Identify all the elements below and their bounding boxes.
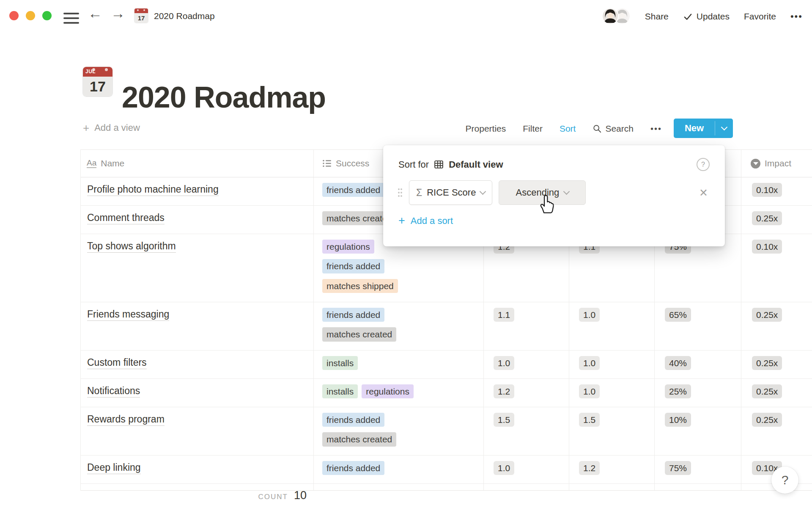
table-count-footer[interactable]: COUNT 10 xyxy=(199,489,307,502)
value-pill: 0.25x xyxy=(752,308,782,322)
breadcrumb-page-title[interactable]: 2020 Roadmap xyxy=(154,11,215,21)
new-dropdown-chevron-icon[interactable] xyxy=(715,119,733,138)
help-button[interactable]: ? xyxy=(771,467,798,494)
value-pill: 1.2 xyxy=(494,384,514,398)
row-name-cell[interactable]: Custom filters xyxy=(81,351,314,378)
title-property-icon: Aa xyxy=(87,159,96,168)
value-cell[interactable]: 1.0 xyxy=(569,351,655,378)
share-label: Share xyxy=(645,11,669,22)
window-close-button[interactable] xyxy=(9,11,19,20)
percent-cell[interactable]: 75% xyxy=(655,456,741,483)
favorite-button[interactable]: Favorite xyxy=(744,11,776,22)
tag-green: installs xyxy=(322,384,358,398)
percent-cell[interactable]: 40% xyxy=(655,351,741,378)
value-pill: 1.0 xyxy=(579,308,600,322)
page-icon-calendar[interactable]: JUL 17 xyxy=(83,67,112,97)
value-cell[interactable]: 1.2 xyxy=(484,379,569,407)
sort-view-name: Default view xyxy=(449,159,503,170)
count-label: COUNT xyxy=(258,493,288,501)
share-button[interactable]: Share xyxy=(645,11,669,22)
value-pill: 0.25x xyxy=(752,211,782,225)
success-cell[interactable]: installs xyxy=(314,351,484,378)
value-cell[interactable]: 1.0 xyxy=(484,351,569,378)
filter-button[interactable]: Filter xyxy=(523,124,543,134)
row-name-cell[interactable]: Friends messaging xyxy=(81,302,314,350)
page-link[interactable]: Top shows algorithm xyxy=(87,240,176,253)
page-calendar-icon: 17 xyxy=(134,8,148,23)
value-cell[interactable]: 1.5 xyxy=(484,407,569,455)
page-link[interactable]: Deep linking xyxy=(87,462,141,474)
value-cell[interactable]: 1.0 xyxy=(484,456,569,483)
row-name-cell[interactable]: Comment threads xyxy=(81,206,314,234)
row-name-cell[interactable]: Rewards program xyxy=(81,407,314,455)
remove-sort-icon[interactable]: ✕ xyxy=(699,188,708,198)
percent-cell[interactable]: 25% xyxy=(655,379,741,407)
tag-green: installs xyxy=(322,356,358,370)
page-link[interactable]: Comment threads xyxy=(87,212,165,224)
value-cell[interactable]: 1.2 xyxy=(569,456,655,483)
success-cell[interactable]: friends addedmatches created xyxy=(314,407,484,455)
page-title[interactable]: 2020 Roadmap xyxy=(122,83,326,112)
tag-group: friends addedmatches created xyxy=(322,308,479,342)
properties-button[interactable]: Properties xyxy=(466,124,506,134)
sort-button[interactable]: Sort xyxy=(560,124,576,134)
tag-group: installs xyxy=(322,356,479,370)
sidebar-menu-icon[interactable] xyxy=(63,13,79,24)
impact-cell[interactable]: 0.25x xyxy=(741,407,812,455)
page-link[interactable]: Friends messaging xyxy=(87,309,169,321)
updates-button[interactable]: Updates xyxy=(683,11,730,22)
impact-cell[interactable]: 0.25x xyxy=(741,351,812,378)
page-link[interactable]: Notifications xyxy=(87,385,140,398)
search-button[interactable]: Search xyxy=(593,124,634,134)
sort-help-icon[interactable]: ? xyxy=(697,158,710,171)
sort-field-value: RICE Score xyxy=(427,187,476,198)
value-cell[interactable]: 1.1 xyxy=(484,302,569,350)
search-label: Search xyxy=(605,124,634,134)
row-name-cell[interactable]: Top shows algorithm xyxy=(81,234,314,302)
tag-purple: regulations xyxy=(362,384,414,398)
impact-cell[interactable]: 0.25x xyxy=(741,379,812,407)
more-options-icon[interactable]: ••• xyxy=(790,11,803,22)
window-zoom-button[interactable] xyxy=(42,11,52,20)
tag-group: regulationsfriends addedmatches shipped xyxy=(322,240,479,293)
table-row: Custom filtersinstalls1.01.040%0.25x xyxy=(81,351,812,379)
new-button[interactable]: New xyxy=(674,119,733,138)
page-link[interactable]: Profile photo machine learning xyxy=(87,184,219,196)
impact-cell[interactable]: 0.25x xyxy=(741,206,812,234)
drag-handle-icon[interactable] xyxy=(398,187,403,198)
value-pill: 1.0 xyxy=(494,356,514,370)
sort-field-dropdown[interactable]: Σ RICE Score xyxy=(409,180,492,205)
add-view-button[interactable]: + Add a view xyxy=(83,122,140,133)
percent-cell[interactable]: 10% xyxy=(655,407,741,455)
column-label: Name xyxy=(101,158,124,168)
row-name-cell[interactable]: Notifications xyxy=(81,379,314,407)
impact-cell[interactable]: 0.10x xyxy=(741,234,812,302)
page-link[interactable]: Rewards program xyxy=(87,414,165,426)
page-link[interactable]: Custom filters xyxy=(87,357,147,369)
table-row: Rewards programfriends addedmatches crea… xyxy=(81,407,812,456)
back-arrow-icon[interactable]: ← xyxy=(88,6,102,20)
value-pill: 10% xyxy=(665,413,691,427)
row-name-cell[interactable]: Profile photo machine learning xyxy=(81,177,314,205)
percent-cell[interactable]: 65% xyxy=(655,302,741,350)
value-pill: 0.25x xyxy=(752,384,782,398)
success-cell[interactable]: friends added xyxy=(314,456,484,483)
value-pill: 75% xyxy=(665,461,691,475)
impact-cell[interactable]: 0.10x xyxy=(741,177,812,205)
column-header-name[interactable]: Aa Name xyxy=(81,150,314,177)
value-pill: 1.0 xyxy=(579,384,600,398)
tag-orange: matches shipped xyxy=(322,279,398,293)
value-pill: 0.10x xyxy=(752,183,782,197)
value-cell[interactable]: 1.5 xyxy=(569,407,655,455)
success-cell[interactable]: installsregulations xyxy=(314,379,484,407)
window-minimize-button[interactable] xyxy=(26,11,35,20)
value-cell[interactable]: 1.0 xyxy=(569,379,655,407)
impact-cell[interactable]: 0.25x xyxy=(741,302,812,350)
view-more-options-icon[interactable]: ••• xyxy=(650,124,662,134)
row-name-cell[interactable]: Deep linking xyxy=(81,456,314,483)
success-cell[interactable]: friends addedmatches created xyxy=(314,302,484,350)
value-cell[interactable]: 1.0 xyxy=(569,302,655,350)
column-header-impact[interactable]: Impact xyxy=(741,150,812,177)
forward-arrow-icon[interactable]: → xyxy=(111,6,125,20)
add-sort-button[interactable]: + Add a sort xyxy=(398,215,725,226)
